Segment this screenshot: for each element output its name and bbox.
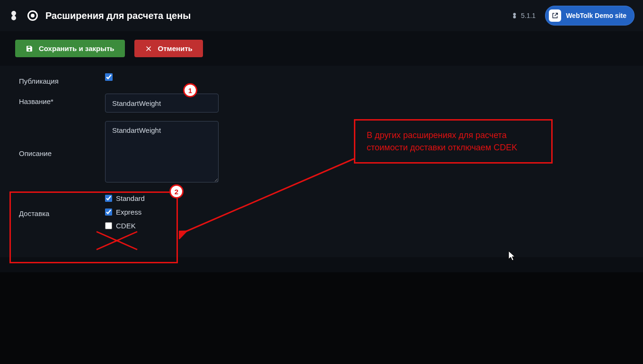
toolbar: Сохранить и закрыть Отменить [0,31,643,66]
lower-empty-area [0,272,643,364]
row-name: Название* 1 [19,94,628,113]
close-icon [145,45,152,52]
header-left: Расширения для расчета цены [9,10,191,21]
label-name: Название* [19,94,105,105]
cancel-button-label: Отменить [158,44,193,52]
annotation-badge-1: 1 [183,83,197,97]
checkbox-cdek[interactable] [105,222,112,229]
save-and-close-button[interactable]: Сохранить и закрыть [15,40,125,57]
joomla-small-icon [511,12,518,19]
description-textarea[interactable]: StandartWeight [105,121,219,182]
row-delivery: Доставка Standard Express CDEK [19,192,628,230]
delivery-option-cdek[interactable]: CDEK [105,222,145,230]
name-input[interactable] [105,94,219,113]
joomla-logo-icon [9,10,20,21]
save-icon [26,45,33,52]
radio-icon [27,10,38,21]
header-bar: Расширения для расчета цены 5.1.1 WebTol… [0,0,643,31]
checkbox-express-label: Express [116,208,141,216]
delivery-option-standard[interactable]: Standard [105,194,145,202]
version-label: 5.1.1 [511,12,536,19]
publish-checkbox[interactable] [105,73,113,81]
checkbox-cdek-label: CDEK [116,222,136,230]
checkbox-standard[interactable] [105,195,112,202]
label-delivery: Доставка [19,192,105,217]
preview-site-button[interactable]: WebTolk Demo site [545,6,634,26]
delivery-options: Standard Express CDEK [105,192,145,230]
label-publish: Публикация [19,73,105,85]
annotation-callout: В других расширениях для расчета стоимос… [354,119,553,164]
delivery-option-express[interactable]: Express [105,208,145,216]
annotation-badge-2: 2 [169,184,184,199]
annotation-callout-text: В других расширениях для расчета стоимос… [367,130,517,152]
mouse-cursor-icon [508,251,517,262]
save-button-label: Сохранить и закрыть [39,44,115,52]
external-link-icon [549,9,561,22]
label-description: Описание [19,121,105,157]
preview-site-label: WebTolk Demo site [566,12,626,19]
version-text: 5.1.1 [521,12,536,19]
header-right: 5.1.1 WebTolk Demo site [511,6,634,26]
page-title: Расширения для расчета цены [45,10,191,21]
checkbox-standard-label: Standard [116,194,145,202]
row-publish: Публикация [19,73,628,85]
checkbox-express[interactable] [105,208,112,216]
cancel-button[interactable]: Отменить [134,40,203,57]
